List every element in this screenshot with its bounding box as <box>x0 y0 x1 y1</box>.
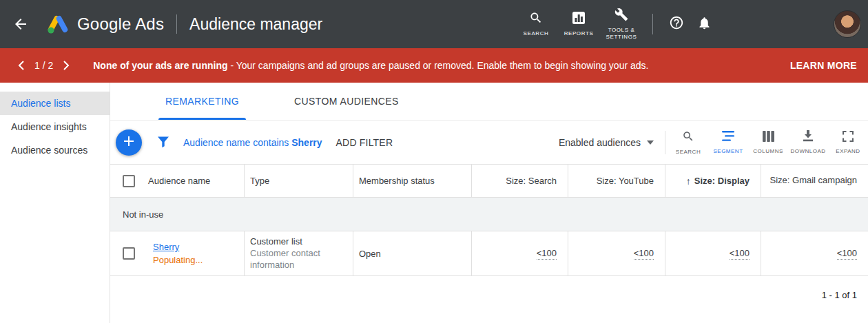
tab-remarketing[interactable]: REMARKETING <box>154 83 250 120</box>
columns-button[interactable]: COLUMNS <box>748 131 788 154</box>
size-youtube-value: <100 <box>634 248 654 260</box>
banner-message: None of your ads are running - Your camp… <box>93 60 648 71</box>
columns-icon <box>763 131 774 145</box>
filter-chip-prefix: Audience name contains <box>183 137 291 148</box>
toolbar-divider <box>665 131 665 154</box>
type-cell: Customer list Customer contact informati… <box>245 231 353 275</box>
row-checkbox[interactable] <box>123 247 135 260</box>
sidebar: Audience lists Audience insights Audienc… <box>0 83 110 323</box>
audience-status-dropdown-value: Enabled audiences <box>559 137 641 148</box>
segment-button[interactable]: SEGMENT <box>708 130 748 154</box>
brand-name: Google Ads <box>77 14 164 34</box>
help-button[interactable] <box>663 15 690 33</box>
user-avatar[interactable] <box>834 10 861 38</box>
audience-name-link[interactable]: Sherry <box>153 242 179 252</box>
table-group-row: Not in-use <box>110 198 868 231</box>
table-footer: 1 - 1 of 1 <box>110 276 868 323</box>
table-header-row: Audience name Type Membership status Siz… <box>110 165 868 198</box>
header-checkbox-cell <box>110 165 148 197</box>
topbar-tools-button[interactable]: TOOLS & SETTINGS <box>600 8 643 41</box>
main-area: Audience lists Audience insights Audienc… <box>0 83 868 323</box>
table-row: Sherry Populating... Customer list Custo… <box>110 231 868 276</box>
expand-label: EXPAND <box>836 148 860 154</box>
topbar-divider <box>176 14 177 34</box>
plus-icon <box>123 136 134 149</box>
tab-custom-audiences[interactable]: CUSTOM AUDIENCES <box>283 83 410 120</box>
toolbar: Audience name contains Sherry ADD FILTER… <box>110 121 868 165</box>
size-display-cell: <100 <box>665 231 761 275</box>
banner-message-bold: None of your ads are running <box>93 60 227 71</box>
filter-icon[interactable] <box>157 136 169 148</box>
topbar-search-label: SEARCH <box>524 30 549 37</box>
populating-status: Populating... <box>153 255 203 265</box>
filter-chip-value: Sherry <box>291 137 322 148</box>
bell-icon <box>697 16 712 33</box>
download-button[interactable]: DOWNLOAD <box>788 130 828 154</box>
notifications-button[interactable] <box>690 16 718 33</box>
table-search-button[interactable]: SEARCH <box>668 130 708 155</box>
banner-next-icon[interactable] <box>60 58 72 73</box>
size-gmail-value: <100 <box>837 248 857 260</box>
header-size-display[interactable]: ↑Size: Display <box>665 165 761 197</box>
tab-bar: REMARKETING CUSTOM AUDIENCES <box>110 83 868 121</box>
size-display-value: <100 <box>730 248 750 260</box>
sidebar-item-audience-sources[interactable]: Audience sources <box>0 138 110 162</box>
topbar-actions-divider <box>652 14 653 34</box>
header-audience-name[interactable]: Audience name <box>148 165 245 197</box>
row-checkbox-cell <box>110 231 148 275</box>
type-main: Customer list <box>250 236 302 247</box>
expand-button[interactable]: EXPAND <box>828 131 868 154</box>
segment-label: SEGMENT <box>713 148 743 154</box>
header-size-gmail[interactable]: Size: Gmail campaign <box>761 165 868 197</box>
add-filter-button[interactable]: ADD FILTER <box>336 137 393 148</box>
app-window: Google Ads Audience manager SEARCH REPOR… <box>0 0 868 323</box>
expand-icon <box>843 131 854 145</box>
header-size-display-label: Size: Display <box>694 176 750 186</box>
header-size-search[interactable]: Size: Search <box>472 165 568 197</box>
segment-icon <box>721 130 735 145</box>
search-icon <box>529 11 543 28</box>
sidebar-item-audience-insights[interactable]: Audience insights <box>0 115 110 138</box>
back-arrow-icon[interactable] <box>12 16 29 32</box>
filter-chip[interactable]: Audience name contains Sherry <box>183 137 322 148</box>
content: REMARKETING CUSTOM AUDIENCES Audience na… <box>110 83 868 323</box>
topbar-tools-label: TOOLS & SETTINGS <box>603 27 640 41</box>
type-sub: Customer contact information <box>250 248 342 271</box>
sidebar-item-audience-lists[interactable]: Audience lists <box>0 92 110 115</box>
audience-name-cell: Sherry Populating... <box>148 231 245 275</box>
learn-more-link[interactable]: LEARN MORE <box>790 60 857 71</box>
membership-status-cell: Open <box>353 231 472 275</box>
size-gmail-cell: <100 <box>761 231 868 275</box>
header-membership-status[interactable]: Membership status <box>353 165 472 197</box>
pagination-text: 1 - 1 of 1 <box>822 290 857 300</box>
reports-icon <box>572 11 586 28</box>
topbar-reports-label: REPORTS <box>564 30 594 37</box>
header-type[interactable]: Type <box>245 165 353 197</box>
google-ads-logo-icon[interactable] <box>45 13 70 35</box>
alert-banner: 1 / 2 None of your ads are running - You… <box>0 48 868 83</box>
wrench-icon <box>614 8 628 24</box>
add-audience-button[interactable] <box>116 129 142 156</box>
chevron-down-icon <box>647 140 654 145</box>
select-all-checkbox[interactable] <box>123 175 135 187</box>
sort-ascending-icon: ↑ <box>686 176 691 187</box>
topbar: Google Ads Audience manager SEARCH REPOR… <box>0 0 868 48</box>
size-search-cell: <100 <box>472 231 568 275</box>
table-search-label: SEARCH <box>676 149 701 155</box>
size-search-value: <100 <box>537 248 557 260</box>
topbar-actions: SEARCH REPORTS TOOLS & SETTINGS <box>515 0 718 48</box>
banner-pager: 1 / 2 <box>34 60 53 71</box>
download-label: DOWNLOAD <box>790 148 825 154</box>
header-size-youtube[interactable]: Size: YouTube <box>568 165 665 197</box>
search-icon <box>682 130 694 145</box>
topbar-search-button[interactable]: SEARCH <box>515 11 557 37</box>
size-youtube-cell: <100 <box>568 231 665 275</box>
banner-prev-icon[interactable] <box>15 58 28 73</box>
page-title: Audience manager <box>189 15 322 34</box>
banner-message-rest: - Your campaigns and ad groups are pause… <box>228 60 649 71</box>
columns-label: COLUMNS <box>753 148 783 154</box>
topbar-reports-button[interactable]: REPORTS <box>557 11 600 37</box>
audience-status-dropdown[interactable]: Enabled audiences <box>559 137 654 148</box>
download-icon <box>803 130 814 145</box>
help-icon <box>669 15 684 33</box>
